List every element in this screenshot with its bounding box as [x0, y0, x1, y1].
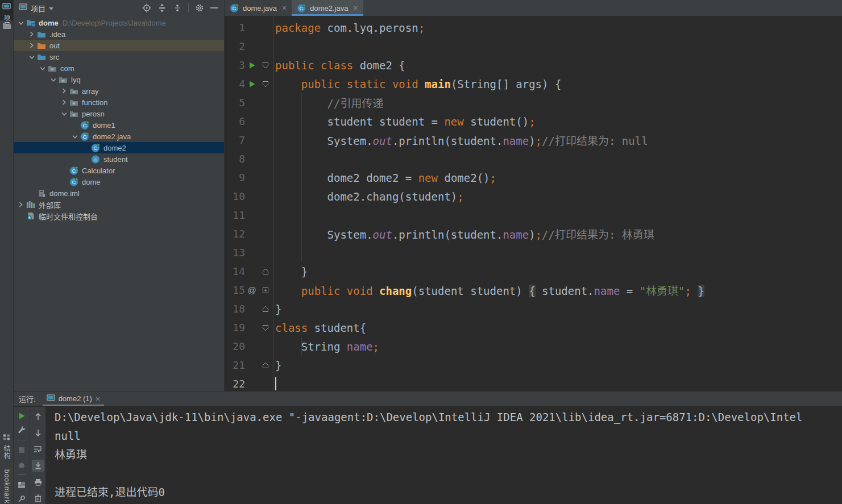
- code-text[interactable]: System.out.println(student.name);//打印结果为…: [273, 132, 648, 148]
- tree-item-dome2[interactable]: Cdome2: [14, 142, 224, 153]
- chevron-right-icon[interactable]: [27, 43, 36, 48]
- force-stop-icon[interactable]: [15, 460, 28, 469]
- stop-icon[interactable]: [15, 445, 28, 455]
- code-line-18[interactable]: 18}: [225, 299, 842, 318]
- editor-tab-dome.java[interactable]: Cdome.java×: [225, 0, 292, 16]
- locate-icon[interactable]: [142, 3, 151, 13]
- settings-icon[interactable]: [195, 3, 204, 13]
- tree-item-dome[interactable]: Cdome: [14, 176, 224, 188]
- chevron-down-icon[interactable]: [49, 7, 53, 10]
- fold-open-icon[interactable]: [259, 324, 272, 331]
- code-line-12[interactable]: 12 System.out.println(student.name);//打印…: [225, 224, 842, 243]
- tree-item-function[interactable]: function: [14, 97, 224, 108]
- code-text[interactable]: System.out.println(student.name);//打印结果为…: [273, 226, 654, 241]
- code-line-9[interactable]: 9 dome2 dome2 = new dome2();: [225, 168, 842, 187]
- hide-icon[interactable]: [210, 7, 218, 9]
- editor-tab-dome2.java[interactable]: Cdome2.java×: [292, 0, 363, 16]
- tree-item-perosn[interactable]: perosn: [14, 108, 224, 119]
- code-text[interactable]: dome2 dome2 = new dome2();: [273, 172, 496, 184]
- console-output[interactable]: D:\Develop\Java\jdk-11\bin\java.exe "-ja…: [45, 407, 842, 504]
- code-text[interactable]: dome2.chang(student);: [273, 190, 464, 203]
- tree-item-lyq[interactable]: lyq: [14, 74, 224, 85]
- run-gutter-icon[interactable]: [245, 80, 259, 88]
- rerun-icon[interactable]: [15, 411, 28, 420]
- fold-open-icon[interactable]: [259, 62, 272, 69]
- tree-item-临时文件和控制台[interactable]: 临时文件和控制台: [14, 210, 224, 222]
- project-view-title[interactable]: 项目: [31, 3, 45, 14]
- close-icon[interactable]: ×: [353, 3, 358, 13]
- tree-item-dome[interactable]: domeD:\Develop\Projects\Java\dome: [14, 17, 224, 28]
- chevron-down-icon[interactable]: [59, 111, 69, 116]
- collapse-all-icon[interactable]: [173, 3, 182, 13]
- code-text[interactable]: }: [273, 359, 281, 372]
- code-line-19[interactable]: 19class student{: [225, 318, 842, 337]
- tree-item-com[interactable]: com: [14, 63, 224, 74]
- code-text[interactable]: [273, 377, 276, 390]
- code-text[interactable]: //引用传递: [273, 95, 383, 110]
- code-text[interactable]: student student = new student();: [273, 115, 536, 128]
- chevron-down-icon[interactable]: [48, 77, 58, 82]
- tree-item-Calculator[interactable]: CCalculator: [14, 165, 224, 176]
- code-line-1[interactable]: 1package com.lyq.perosn;: [225, 18, 842, 37]
- stripe-tab-project[interactable]: 项目: [0, 0, 13, 20]
- code-text[interactable]: package com.lyq.perosn;: [273, 22, 425, 34]
- code-line-5[interactable]: 5 //引用传递: [225, 93, 842, 112]
- settings-wrench-icon[interactable]: [15, 425, 28, 435]
- fold-end-icon[interactable]: [259, 306, 272, 313]
- tree-item-array[interactable]: array: [14, 85, 224, 97]
- code-text[interactable]: String name;: [273, 340, 379, 353]
- tree-item-外部库[interactable]: 外部库: [14, 199, 224, 210]
- tree-item-src[interactable]: src: [14, 51, 224, 63]
- code-line-15[interactable]: 15@ public void chang(student student) {…: [225, 281, 842, 299]
- stripe-folder-icon[interactable]: [0, 22, 13, 30]
- code-line-20[interactable]: 20 String name;: [225, 337, 842, 356]
- run-tab[interactable]: dome2 (1) ×: [44, 391, 103, 406]
- chevron-right-icon[interactable]: [59, 99, 69, 105]
- chevron-right-icon[interactable]: [27, 31, 36, 37]
- chevron-right-icon[interactable]: [59, 88, 69, 94]
- chevron-down-icon[interactable]: [27, 55, 36, 60]
- pin-icon[interactable]: [15, 494, 28, 504]
- fold-end-icon[interactable]: [259, 268, 272, 275]
- code-text[interactable]: public class dome2 {: [273, 59, 405, 72]
- chevron-down-icon[interactable]: [16, 20, 26, 26]
- tree-item-dome1[interactable]: Cdome1: [14, 119, 224, 131]
- code-line-21[interactable]: 21}: [225, 356, 842, 374]
- code-text[interactable]: public void chang(student student) { stu…: [273, 282, 704, 298]
- scroll-to-end-icon[interactable]: [32, 460, 44, 472]
- code-line-14[interactable]: 14 }: [225, 262, 842, 281]
- chevron-down-icon[interactable]: [38, 66, 47, 71]
- code-line-3[interactable]: 3public class dome2 {: [225, 56, 842, 74]
- up-icon[interactable]: [32, 411, 44, 423]
- close-icon[interactable]: ×: [282, 3, 287, 13]
- stripe-tab-bookmarks[interactable]: bookmarks: [0, 467, 13, 504]
- soft-wrap-icon[interactable]: [32, 443, 44, 455]
- run-gutter-icon[interactable]: [245, 61, 259, 69]
- code-text[interactable]: public static void main(String[] args) {: [273, 78, 561, 90]
- code-line-22[interactable]: 22: [225, 374, 842, 391]
- clear-icon[interactable]: [32, 492, 44, 504]
- code-line-4[interactable]: 4 public static void main(String[] args)…: [225, 74, 842, 93]
- code-line-7[interactable]: 7 System.out.println(student.name);//打印结…: [225, 131, 842, 149]
- restore-layout-icon[interactable]: [15, 480, 28, 490]
- code-text[interactable]: }: [273, 303, 281, 315]
- fold-open-icon[interactable]: [259, 81, 272, 88]
- code-text[interactable]: }: [273, 265, 308, 278]
- chevron-right-icon[interactable]: [16, 202, 26, 207]
- chevron-down-icon[interactable]: [70, 134, 80, 139]
- stripe-tab-structure[interactable]: 结构: [0, 431, 13, 463]
- tree-item-out[interactable]: out: [14, 40, 224, 51]
- code-line-2[interactable]: 2: [225, 37, 842, 56]
- code-line-8[interactable]: 8: [225, 149, 842, 168]
- tree-item-dome.iml[interactable]: dome.iml: [14, 188, 224, 199]
- code-line-10[interactable]: 10 dome2.chang(student);: [225, 187, 842, 206]
- down-icon[interactable]: [32, 427, 44, 439]
- close-icon[interactable]: ×: [96, 394, 100, 403]
- fold-end-icon[interactable]: [259, 362, 272, 369]
- tree-item-dome2.java[interactable]: Cdome2.java: [14, 131, 224, 142]
- code-line-6[interactable]: 6 student student = new student();: [225, 112, 842, 131]
- code-line-13[interactable]: 13: [225, 243, 842, 262]
- code-area[interactable]: 1package com.lyq.perosn;23public class d…: [225, 16, 842, 391]
- tree-item-.idea[interactable]: .idea: [14, 28, 224, 40]
- code-text[interactable]: class student{: [273, 322, 366, 334]
